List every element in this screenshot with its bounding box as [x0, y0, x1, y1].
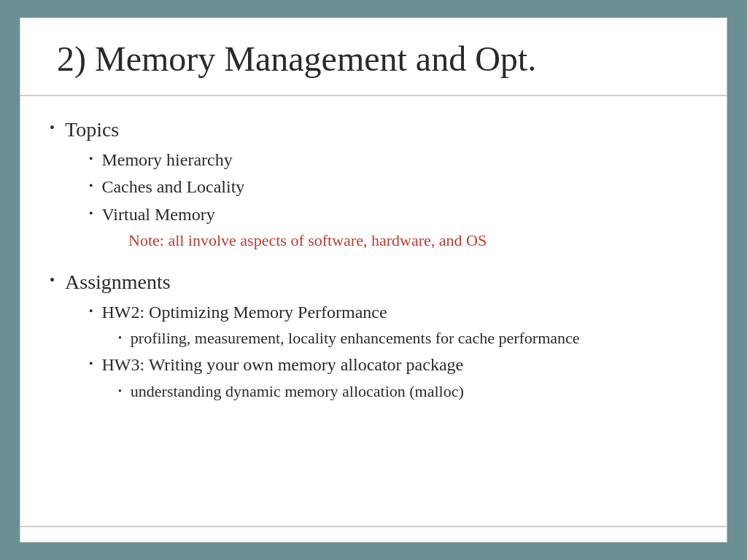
slide-footer: [20, 526, 727, 542]
topics-sub-list: ● Memory hierarchy ● Caches and Locality…: [89, 148, 690, 251]
assignments-label: Assignments: [65, 269, 171, 295]
hw3-sub-list: ● understanding dynamic memory allocatio…: [118, 381, 690, 403]
virtual-memory-bullet: ● Virtual Memory: [89, 203, 690, 228]
topics-section: • Topics ● Memory hierarchy ● Caches and…: [50, 117, 690, 253]
sub-dot-1: ●: [89, 154, 93, 163]
sub-dot-3: ●: [89, 209, 93, 218]
assignments-section: • Assignments ● HW2: Optimizing Memory P…: [50, 269, 690, 405]
slide-body: • Topics ● Memory hierarchy ● Caches and…: [20, 96, 727, 526]
caches-locality-bullet: ● Caches and Locality: [89, 175, 690, 200]
hw2-bullet: ● HW2: Optimizing Memory Performance: [89, 300, 690, 325]
bullet-dot-assignments: •: [50, 271, 55, 289]
hw3-bullet: ● HW3: Writing your own memory allocator…: [89, 353, 690, 378]
hw3-sub-bullet: ● understanding dynamic memory allocatio…: [118, 381, 690, 403]
hw2-sub-text: profiling, measurement, locality enhance…: [131, 327, 580, 350]
topics-bullet: • Topics: [50, 117, 690, 143]
topics-note: Note: all involve aspects of software, h…: [128, 231, 690, 250]
caches-locality-text: Caches and Locality: [101, 175, 244, 200]
slide-header: 2) Memory Management and Opt.: [20, 18, 727, 96]
hw3-sub-dot: ●: [118, 386, 122, 394]
assignments-sub-list: ● HW2: Optimizing Memory Performance ● p…: [89, 300, 690, 403]
virtual-memory-text: Virtual Memory: [101, 203, 214, 228]
bullet-dot-topics: •: [50, 118, 55, 137]
hw3-dot: ●: [89, 359, 93, 368]
hw3-sub-text: understanding dynamic memory allocation …: [131, 381, 464, 403]
topics-label: Topics: [65, 117, 119, 143]
sub-dot-2: ●: [89, 181, 93, 190]
assignments-bullet: • Assignments: [50, 269, 690, 295]
memory-hierarchy-text: Memory hierarchy: [101, 148, 232, 173]
hw2-text: HW2: Optimizing Memory Performance: [101, 300, 387, 325]
hw3-text: HW3: Writing your own memory allocator p…: [101, 353, 463, 378]
hw2-sub-list: ● profiling, measurement, locality enhan…: [118, 327, 690, 350]
slide-title: 2) Memory Management and Opt.: [57, 39, 690, 79]
slide: 2) Memory Management and Opt. • Topics ●…: [20, 18, 727, 542]
hw2-sub-bullet: ● profiling, measurement, locality enhan…: [118, 327, 690, 350]
memory-hierarchy-bullet: ● Memory hierarchy: [89, 148, 690, 173]
hw2-dot: ●: [89, 306, 93, 316]
hw2-sub-dot: ●: [118, 333, 122, 341]
